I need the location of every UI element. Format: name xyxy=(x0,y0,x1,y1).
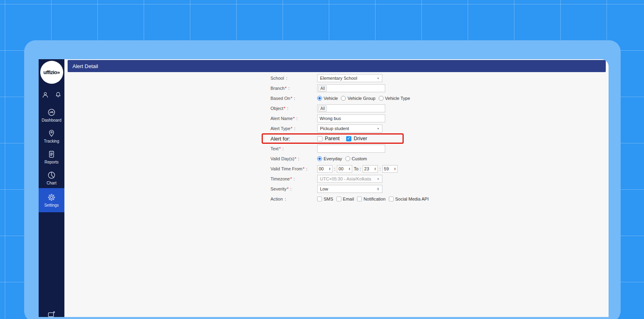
severity-label: Severity* : xyxy=(270,186,317,191)
to-minute-spinner[interactable]: 59 ▲▼ xyxy=(382,165,398,173)
form-row-alert-for: Alert for: Parent Driver xyxy=(64,135,609,143)
from-minute-spinner[interactable]: 00 ▲▼ xyxy=(337,165,352,173)
alert-name-label: Alert Name* : xyxy=(270,116,317,121)
school-label: School : xyxy=(270,76,317,81)
page-title: Alert Detail xyxy=(72,63,98,69)
dashboard-icon xyxy=(47,108,56,117)
branch-input[interactable]: All xyxy=(317,84,385,92)
from-hour-spinner[interactable]: 00 ▲▼ xyxy=(317,165,332,173)
spinner-arrows-icon[interactable]: ▲▼ xyxy=(349,167,351,171)
email-checkbox[interactable] xyxy=(336,197,341,201)
alert-type-select[interactable]: Pickup student ▼ xyxy=(317,124,382,133)
school-select[interactable]: Elementary School ▼ xyxy=(317,74,382,82)
valid-time-label: Valid Time From* : xyxy=(270,166,317,171)
valid-days-label: Valid Day(s)* : xyxy=(270,156,317,161)
severity-select[interactable]: Low ▲▼ xyxy=(317,185,382,193)
chevron-down-icon: ▼ xyxy=(377,178,380,180)
chevron-down-icon: ▼ xyxy=(377,127,380,130)
notification-checkbox[interactable] xyxy=(357,197,362,201)
sidebar-bottom xyxy=(39,310,64,317)
form-row-text: Text* : xyxy=(64,145,609,153)
sms-checkbox[interactable] xyxy=(317,197,322,201)
compose-icon[interactable] xyxy=(47,310,56,317)
sidebar: uffizio» Dashboard xyxy=(39,59,64,317)
timezone-select: UTC+05:30 - Asia/Kolkata ▼ xyxy=(317,175,382,183)
sidebar-item-chart[interactable]: Chart xyxy=(39,167,64,188)
alert-type-label: Alert Type* : xyxy=(270,126,317,131)
radio-vehicle[interactable] xyxy=(317,96,322,101)
sidebar-item-label: Reports xyxy=(44,160,58,164)
sidebar-item-settings[interactable]: Settings xyxy=(39,188,64,212)
object-input[interactable]: All xyxy=(317,104,385,112)
sidebar-item-label: Tracking xyxy=(44,139,59,143)
app-window: uffizio» Dashboard xyxy=(24,40,621,319)
uffizio-logo: uffizio» xyxy=(40,61,63,84)
form-row-school: School : Elementary School ▼ xyxy=(64,74,609,82)
form-row-alert-name: Alert Name* : xyxy=(64,114,609,122)
reports-icon xyxy=(47,150,56,159)
desktop-background: uffizio» Dashboard xyxy=(0,0,644,319)
branch-label: Branch* : xyxy=(270,86,317,91)
form-row-valid-time: Valid Time From* : 00 ▲▼ : 00 ▲▼ To : xyxy=(64,165,609,173)
radio-vehicle-group[interactable] xyxy=(341,96,346,101)
form-row-based-on: Based On* : Vehicle Vehicle Group Vehicl… xyxy=(64,94,609,102)
settings-icon xyxy=(47,193,56,202)
parent-checkbox[interactable] xyxy=(317,136,322,141)
branch-all-chip[interactable]: All xyxy=(318,85,327,91)
user-icon[interactable] xyxy=(41,91,49,99)
form-row-severity: Severity* : Low ▲▼ xyxy=(64,185,609,193)
alert-name-input[interactable] xyxy=(317,114,385,122)
page-title-bar: Alert Detail xyxy=(68,60,606,72)
tracking-icon xyxy=(47,129,56,138)
form-row-branch: Branch* : All xyxy=(64,84,609,92)
timezone-label: Timezone* : xyxy=(270,176,317,181)
chart-icon xyxy=(47,171,56,180)
object-label: Object* : xyxy=(270,106,317,111)
logo-text: uffizio» xyxy=(43,69,60,75)
to-hour-spinner[interactable]: 23 ▲▼ xyxy=(363,165,378,173)
social-media-api-checkbox[interactable] xyxy=(389,197,394,201)
alert-detail-form: School : Elementary School ▼ Branch* : xyxy=(64,74,609,203)
action-label: Action : xyxy=(270,197,317,201)
object-all-chip[interactable]: All xyxy=(318,106,327,112)
form-row-timezone: Timezone* : UTC+05:30 - Asia/Kolkata ▼ xyxy=(64,175,609,183)
sidebar-item-tracking[interactable]: Tracking xyxy=(39,125,64,146)
sidebar-item-label: Dashboard xyxy=(42,118,62,122)
alert-for-label: Alert for: xyxy=(270,136,317,142)
sidebar-nav: Dashboard Tracking Reports xyxy=(39,104,64,212)
based-on-label: Based On* : xyxy=(270,96,317,101)
sidebar-item-reports[interactable]: Reports xyxy=(39,146,64,167)
text-label: Text* : xyxy=(270,146,317,151)
sidebar-item-label: Settings xyxy=(44,203,59,207)
driver-checkbox[interactable] xyxy=(346,136,351,141)
form-row-action: Action : SMS Email Notification Social M… xyxy=(64,195,609,203)
radio-everyday[interactable] xyxy=(317,156,322,161)
spinner-arrows-icon[interactable]: ▲▼ xyxy=(329,167,331,171)
content-panel: Alert Detail School : Elementary School … xyxy=(64,59,609,317)
form-row-valid-days: Valid Day(s)* : Everyday Custom xyxy=(64,155,609,163)
text-input[interactable] xyxy=(317,145,385,153)
spinner-arrows-icon[interactable]: ▲▼ xyxy=(374,167,376,171)
sidebar-item-label: Chart xyxy=(47,181,56,185)
chevron-down-icon: ▼ xyxy=(377,77,380,80)
radio-custom[interactable] xyxy=(345,156,350,161)
sidebar-item-dashboard[interactable]: Dashboard xyxy=(39,104,64,125)
form-row-alert-type: Alert Type* : Pickup student ▼ xyxy=(64,124,609,133)
radio-vehicle-type[interactable] xyxy=(379,96,384,101)
form-row-object: Object* : All xyxy=(64,104,609,112)
spinner-arrows-icon: ▲▼ xyxy=(377,187,379,191)
spinner-arrows-icon[interactable]: ▲▼ xyxy=(394,167,396,171)
sidebar-top-icons xyxy=(39,91,64,99)
bell-icon[interactable] xyxy=(54,91,62,99)
